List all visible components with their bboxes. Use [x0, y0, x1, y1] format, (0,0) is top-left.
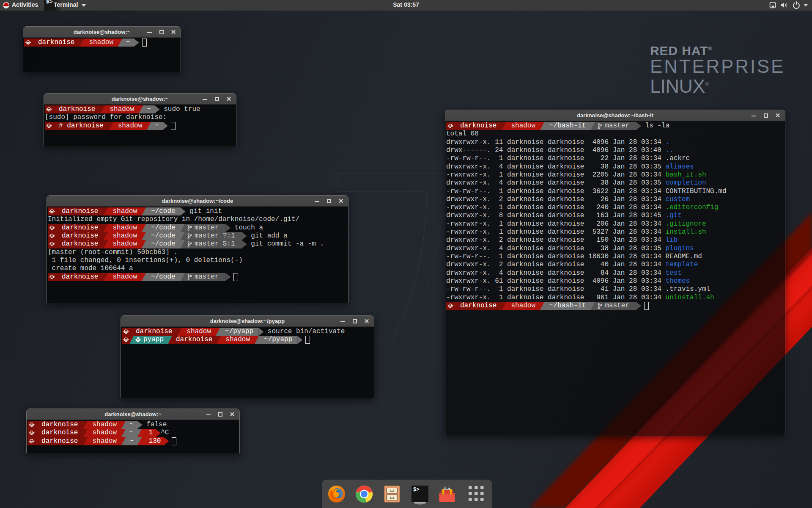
svg-text:$>: $>	[413, 487, 419, 493]
